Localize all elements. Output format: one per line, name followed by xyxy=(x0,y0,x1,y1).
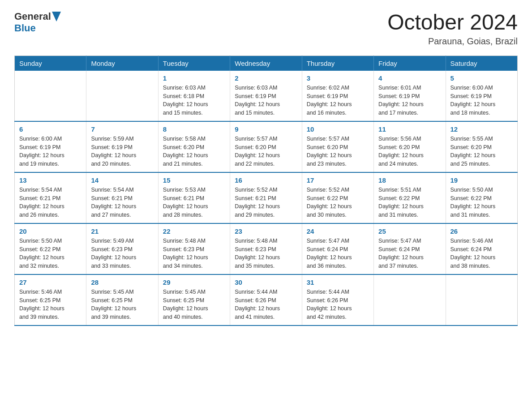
day-info: Sunrise: 5:59 AMSunset: 6:19 PMDaylight:… xyxy=(91,135,153,168)
day-info: Sunrise: 5:55 AMSunset: 6:20 PMDaylight:… xyxy=(450,135,513,168)
table-row: 21Sunrise: 5:49 AMSunset: 6:23 PMDayligh… xyxy=(86,223,158,274)
calendar-week-row: 1Sunrise: 6:03 AMSunset: 6:18 PMDaylight… xyxy=(15,71,518,121)
day-number: 7 xyxy=(91,125,153,133)
day-number: 8 xyxy=(163,125,225,133)
day-number: 1 xyxy=(163,74,225,82)
day-info: Sunrise: 6:00 AMSunset: 6:19 PMDaylight:… xyxy=(19,135,82,168)
day-info: Sunrise: 6:02 AMSunset: 6:19 PMDaylight:… xyxy=(307,84,369,117)
table-row: 4Sunrise: 6:01 AMSunset: 6:19 PMDaylight… xyxy=(374,71,446,121)
day-number: 15 xyxy=(163,176,225,184)
day-number: 30 xyxy=(235,278,297,286)
day-info: Sunrise: 5:48 AMSunset: 6:23 PMDaylight:… xyxy=(235,237,297,270)
day-number: 3 xyxy=(307,74,369,82)
table-row: 29Sunrise: 5:45 AMSunset: 6:25 PMDayligh… xyxy=(158,274,230,325)
day-number: 19 xyxy=(450,176,513,184)
table-row: 16Sunrise: 5:52 AMSunset: 6:21 PMDayligh… xyxy=(230,172,302,223)
logo-triangle-icon xyxy=(52,12,61,21)
table-row: 14Sunrise: 5:54 AMSunset: 6:21 PMDayligh… xyxy=(86,172,158,223)
day-number: 17 xyxy=(307,176,369,184)
table-row: 28Sunrise: 5:45 AMSunset: 6:25 PMDayligh… xyxy=(86,274,158,325)
table-row xyxy=(374,274,446,325)
day-info: Sunrise: 5:56 AMSunset: 6:20 PMDaylight:… xyxy=(378,135,441,168)
table-row: 1Sunrise: 6:03 AMSunset: 6:18 PMDaylight… xyxy=(158,71,230,121)
day-info: Sunrise: 6:03 AMSunset: 6:18 PMDaylight:… xyxy=(163,84,225,117)
day-info: Sunrise: 6:00 AMSunset: 6:19 PMDaylight:… xyxy=(450,84,513,117)
day-info: Sunrise: 5:45 AMSunset: 6:25 PMDaylight:… xyxy=(91,288,153,321)
table-row: 18Sunrise: 5:51 AMSunset: 6:22 PMDayligh… xyxy=(374,172,446,223)
day-number: 9 xyxy=(235,125,297,133)
day-info: Sunrise: 5:47 AMSunset: 6:24 PMDaylight:… xyxy=(307,237,369,270)
table-row: 17Sunrise: 5:52 AMSunset: 6:22 PMDayligh… xyxy=(302,172,373,223)
day-number: 11 xyxy=(378,125,441,133)
day-number: 16 xyxy=(235,176,297,184)
table-row: 9Sunrise: 5:57 AMSunset: 6:20 PMDaylight… xyxy=(230,121,302,172)
logo: General Blue xyxy=(14,11,61,34)
calendar-title: October 2024 xyxy=(387,11,518,34)
day-number: 5 xyxy=(450,74,513,82)
day-info: Sunrise: 6:01 AMSunset: 6:19 PMDaylight:… xyxy=(378,84,441,117)
day-info: Sunrise: 5:52 AMSunset: 6:21 PMDaylight:… xyxy=(235,186,297,219)
calendar-week-row: 27Sunrise: 5:46 AMSunset: 6:25 PMDayligh… xyxy=(15,274,518,325)
day-info: Sunrise: 5:48 AMSunset: 6:23 PMDaylight:… xyxy=(163,237,225,270)
table-row: 3Sunrise: 6:02 AMSunset: 6:19 PMDaylight… xyxy=(302,71,373,121)
calendar-week-row: 6Sunrise: 6:00 AMSunset: 6:19 PMDaylight… xyxy=(15,121,518,172)
calendar-week-row: 20Sunrise: 5:50 AMSunset: 6:22 PMDayligh… xyxy=(15,223,518,274)
col-saturday: Saturday xyxy=(446,56,517,71)
svg-marker-0 xyxy=(52,12,61,21)
table-row: 10Sunrise: 5:57 AMSunset: 6:20 PMDayligh… xyxy=(302,121,373,172)
day-number: 23 xyxy=(235,227,297,235)
table-row: 13Sunrise: 5:54 AMSunset: 6:21 PMDayligh… xyxy=(15,172,86,223)
day-number: 22 xyxy=(163,227,225,235)
day-info: Sunrise: 5:53 AMSunset: 6:21 PMDaylight:… xyxy=(163,186,225,219)
day-number: 20 xyxy=(19,227,82,235)
table-row: 20Sunrise: 5:50 AMSunset: 6:22 PMDayligh… xyxy=(15,223,86,274)
day-number: 27 xyxy=(19,278,82,286)
calendar-table: Sunday Monday Tuesday Wednesday Thursday… xyxy=(14,56,518,326)
day-number: 25 xyxy=(378,227,441,235)
day-info: Sunrise: 5:44 AMSunset: 6:26 PMDaylight:… xyxy=(307,288,369,321)
table-row: 8Sunrise: 5:58 AMSunset: 6:20 PMDaylight… xyxy=(158,121,230,172)
col-tuesday: Tuesday xyxy=(158,56,230,71)
table-row: 11Sunrise: 5:56 AMSunset: 6:20 PMDayligh… xyxy=(374,121,446,172)
table-row xyxy=(15,71,86,121)
calendar-subtitle: Parauna, Goias, Brazil xyxy=(387,36,518,47)
table-row: 27Sunrise: 5:46 AMSunset: 6:25 PMDayligh… xyxy=(15,274,86,325)
title-block: October 2024 Parauna, Goias, Brazil xyxy=(387,11,518,47)
day-number: 2 xyxy=(235,74,297,82)
day-info: Sunrise: 6:03 AMSunset: 6:19 PMDaylight:… xyxy=(235,84,297,117)
day-number: 21 xyxy=(91,227,153,235)
calendar-week-row: 13Sunrise: 5:54 AMSunset: 6:21 PMDayligh… xyxy=(15,172,518,223)
day-info: Sunrise: 5:54 AMSunset: 6:21 PMDaylight:… xyxy=(91,186,153,219)
table-row: 5Sunrise: 6:00 AMSunset: 6:19 PMDaylight… xyxy=(446,71,517,121)
day-info: Sunrise: 5:46 AMSunset: 6:25 PMDaylight:… xyxy=(19,288,82,321)
day-info: Sunrise: 5:46 AMSunset: 6:24 PMDaylight:… xyxy=(450,237,513,270)
day-info: Sunrise: 5:44 AMSunset: 6:26 PMDaylight:… xyxy=(235,288,297,321)
calendar-header-row: Sunday Monday Tuesday Wednesday Thursday… xyxy=(15,56,518,71)
logo-blue: Blue xyxy=(14,22,36,34)
day-number: 13 xyxy=(19,176,82,184)
day-number: 31 xyxy=(307,278,369,286)
day-number: 24 xyxy=(307,227,369,235)
page-header: General Blue October 2024 Parauna, Goias… xyxy=(14,11,518,47)
table-row: 23Sunrise: 5:48 AMSunset: 6:23 PMDayligh… xyxy=(230,223,302,274)
day-info: Sunrise: 5:57 AMSunset: 6:20 PMDaylight:… xyxy=(307,135,369,168)
col-sunday: Sunday xyxy=(15,56,86,71)
col-monday: Monday xyxy=(86,56,158,71)
day-number: 14 xyxy=(91,176,153,184)
col-thursday: Thursday xyxy=(302,56,373,71)
day-number: 10 xyxy=(307,125,369,133)
day-info: Sunrise: 5:52 AMSunset: 6:22 PMDaylight:… xyxy=(307,186,369,219)
day-number: 6 xyxy=(19,125,82,133)
table-row: 7Sunrise: 5:59 AMSunset: 6:19 PMDaylight… xyxy=(86,121,158,172)
day-number: 28 xyxy=(91,278,153,286)
col-wednesday: Wednesday xyxy=(230,56,302,71)
day-number: 26 xyxy=(450,227,513,235)
table-row: 15Sunrise: 5:53 AMSunset: 6:21 PMDayligh… xyxy=(158,172,230,223)
day-info: Sunrise: 5:47 AMSunset: 6:24 PMDaylight:… xyxy=(378,237,441,270)
table-row: 12Sunrise: 5:55 AMSunset: 6:20 PMDayligh… xyxy=(446,121,517,172)
table-row: 24Sunrise: 5:47 AMSunset: 6:24 PMDayligh… xyxy=(302,223,373,274)
table-row: 25Sunrise: 5:47 AMSunset: 6:24 PMDayligh… xyxy=(374,223,446,274)
day-info: Sunrise: 5:50 AMSunset: 6:22 PMDaylight:… xyxy=(19,237,82,270)
table-row: 30Sunrise: 5:44 AMSunset: 6:26 PMDayligh… xyxy=(230,274,302,325)
day-number: 12 xyxy=(450,125,513,133)
